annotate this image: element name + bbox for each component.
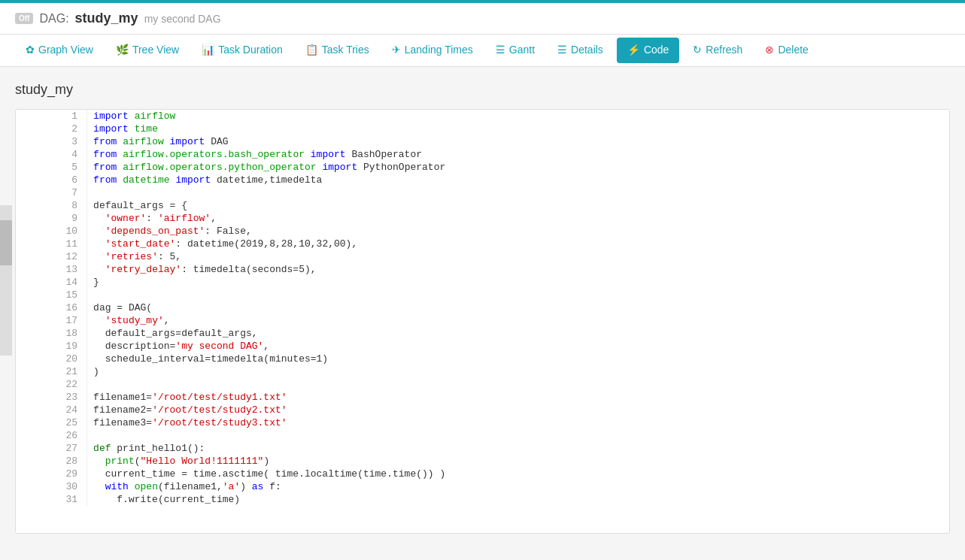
dag-name: study_my bbox=[75, 11, 138, 26]
nav-details-label: Details bbox=[571, 44, 603, 56]
code-line: 15 bbox=[16, 289, 949, 301]
line-content: from airflow.operators.python_operator i… bbox=[87, 161, 949, 174]
scrollbar-thumb[interactable] bbox=[0, 220, 12, 265]
code-line: 7 bbox=[16, 186, 949, 199]
delete-icon: ⊗ bbox=[765, 44, 774, 56]
line-content: dag = DAG( bbox=[87, 301, 949, 314]
code-line: 5 from airflow.operators.python_operator… bbox=[16, 161, 949, 174]
line-number: 21 bbox=[16, 365, 87, 378]
code-line: 21 ) bbox=[16, 365, 949, 378]
code-line: 27 def print_hello1(): bbox=[16, 442, 949, 455]
nav-task-duration[interactable]: 📊 Task Duration bbox=[191, 36, 293, 65]
code-line: 25 filename3='/root/test/study3.txt' bbox=[16, 416, 949, 429]
line-content: 'depends_on_past': False, bbox=[87, 225, 949, 238]
code-line: 18 default_args=default_args, bbox=[16, 327, 949, 340]
code-line: 11 'start_date': datetime(2019,8,28,10,3… bbox=[16, 238, 949, 250]
nav-task-tries-label: Task Tries bbox=[322, 44, 369, 56]
task-duration-icon: 📊 bbox=[202, 44, 214, 56]
code-line: 29 current_time = time.asctime( time.loc… bbox=[16, 468, 949, 480]
line-content: import airflow bbox=[87, 110, 949, 123]
nav-graph-view-label: Graph View bbox=[38, 44, 93, 56]
line-number: 22 bbox=[16, 378, 87, 391]
graph-view-icon: ✿ bbox=[26, 44, 35, 56]
line-number: 14 bbox=[16, 276, 87, 289]
code-line: 31 f.write(current_time) bbox=[16, 493, 949, 506]
code-line: 12 'retries': 5, bbox=[16, 250, 949, 263]
code-line: 16 dag = DAG( bbox=[16, 301, 949, 314]
line-content: 'start_date': datetime(2019,8,28,10,32,0… bbox=[87, 238, 949, 250]
line-number: 18 bbox=[16, 327, 87, 340]
task-tries-icon: 📋 bbox=[305, 44, 318, 56]
code-line: 28 print("Hello World!1111111") bbox=[16, 455, 949, 468]
code-line: 24 filename2='/root/test/study2.txt' bbox=[16, 404, 949, 416]
scrollbar[interactable] bbox=[0, 205, 12, 356]
nav-gantt[interactable]: ☰ Gantt bbox=[485, 36, 545, 65]
line-content: default_args = { bbox=[87, 199, 949, 212]
line-content: } bbox=[87, 276, 949, 289]
code-line: 8 default_args = { bbox=[16, 199, 949, 212]
line-number: 24 bbox=[16, 404, 87, 416]
code-line: 4 from airflow.operators.bash_operator i… bbox=[16, 148, 949, 161]
code-line: 13 'retry_delay': timedelta(seconds=5), bbox=[16, 263, 949, 276]
nav-gantt-label: Gantt bbox=[509, 44, 535, 56]
gantt-icon: ☰ bbox=[496, 44, 505, 56]
line-number: 12 bbox=[16, 250, 87, 263]
nav-code-label: Code bbox=[644, 44, 669, 56]
page-title: study_my bbox=[15, 82, 950, 98]
nav-code[interactable]: ⚡ Code bbox=[617, 38, 679, 63]
nav-refresh[interactable]: ↻ Refresh bbox=[682, 36, 753, 65]
line-number: 1 bbox=[16, 110, 87, 123]
nav-task-tries[interactable]: 📋 Task Tries bbox=[295, 36, 380, 65]
line-content: from airflow import DAG bbox=[87, 135, 949, 148]
line-number: 23 bbox=[16, 391, 87, 404]
code-line: 30 with open(filename1,'a') as f: bbox=[16, 480, 949, 493]
line-content: filename1='/root/test/study1.txt' bbox=[87, 391, 949, 404]
line-content: description='my second DAG', bbox=[87, 340, 949, 353]
line-number: 20 bbox=[16, 353, 87, 365]
dag-description: my second DAG bbox=[144, 13, 221, 25]
nav-landing-times[interactable]: ✈ Landing Times bbox=[381, 36, 484, 65]
line-number: 26 bbox=[16, 429, 87, 442]
line-number: 5 bbox=[16, 161, 87, 174]
header: Off DAG: study_my my second DAG bbox=[0, 3, 965, 35]
line-content: 'owner': 'airflow', bbox=[87, 212, 949, 225]
code-line: 9 'owner': 'airflow', bbox=[16, 212, 949, 225]
line-content: schedule_interval=timedelta(minutes=1) bbox=[87, 353, 949, 365]
content: study_my 1 import airflow 2 import time … bbox=[0, 67, 965, 549]
nav-graph-view[interactable]: ✿ Graph View bbox=[15, 36, 104, 65]
nav-delete[interactable]: ⊗ Delete bbox=[754, 36, 818, 65]
line-content: def print_hello1(): bbox=[87, 442, 949, 455]
code-container[interactable]: 1 import airflow 2 import time 3 from ai… bbox=[15, 109, 950, 534]
nav-details[interactable]: ☰ Details bbox=[547, 36, 614, 65]
line-content: 'retry_delay': timedelta(seconds=5), bbox=[87, 263, 949, 276]
line-content: ) bbox=[87, 365, 949, 378]
code-line: 3 from airflow import DAG bbox=[16, 135, 949, 148]
line-number: 2 bbox=[16, 123, 87, 135]
code-line: 6 from datetime import datetime,timedelt… bbox=[16, 174, 949, 186]
code-line: 22 bbox=[16, 378, 949, 391]
code-line: 10 'depends_on_past': False, bbox=[16, 225, 949, 238]
code-line: 20 schedule_interval=timedelta(minutes=1… bbox=[16, 353, 949, 365]
line-number: 4 bbox=[16, 148, 87, 161]
line-number: 11 bbox=[16, 238, 87, 250]
line-number: 29 bbox=[16, 468, 87, 480]
line-number: 25 bbox=[16, 416, 87, 429]
line-number: 15 bbox=[16, 289, 87, 301]
nav-tree-view[interactable]: 🌿 Tree View bbox=[105, 36, 190, 65]
line-content: 'retries': 5, bbox=[87, 250, 949, 263]
tree-view-icon: 🌿 bbox=[116, 44, 129, 56]
code-line: 2 import time bbox=[16, 123, 949, 135]
nav-task-duration-label: Task Duration bbox=[218, 44, 283, 56]
code-line: 14 } bbox=[16, 276, 949, 289]
line-number: 31 bbox=[16, 493, 87, 506]
line-number: 6 bbox=[16, 174, 87, 186]
line-content bbox=[87, 186, 949, 199]
code-line: 23 filename1='/root/test/study1.txt' bbox=[16, 391, 949, 404]
nav-refresh-label: Refresh bbox=[706, 44, 742, 56]
line-number: 16 bbox=[16, 301, 87, 314]
line-number: 28 bbox=[16, 455, 87, 468]
line-number: 19 bbox=[16, 340, 87, 353]
line-number: 30 bbox=[16, 480, 87, 493]
line-content: print("Hello World!1111111") bbox=[87, 455, 949, 468]
line-number: 27 bbox=[16, 442, 87, 455]
